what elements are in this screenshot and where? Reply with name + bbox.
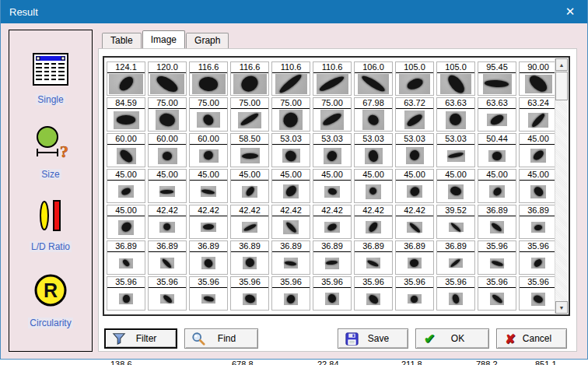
particle-cell[interactable]: 36.89 — [189, 240, 228, 275]
find-button[interactable]: Find — [184, 328, 258, 349]
particle-value: 60.00 — [190, 134, 227, 145]
particle-cell[interactable]: 36.89 — [313, 240, 352, 275]
particle-cell[interactable]: 45.00 — [313, 169, 352, 203]
particle-cell[interactable]: 60.00 — [189, 133, 228, 167]
particle-cell[interactable]: 45.00 — [107, 169, 145, 203]
particle-cell[interactable]: 45.00 — [395, 169, 434, 203]
particle-cell[interactable]: 36.89 — [271, 240, 310, 275]
particle-cell[interactable]: 42.42 — [189, 205, 228, 239]
particle-cell[interactable]: 45.00 — [148, 169, 187, 203]
particle-cell[interactable]: 75.00 — [189, 97, 228, 132]
particle-cell[interactable]: 42.42 — [313, 205, 352, 239]
particle-cell[interactable]: 42.42 — [354, 205, 393, 239]
scrollbar-thumb[interactable] — [555, 72, 568, 100]
particle-value: 36.89 — [190, 241, 227, 252]
particle-cell[interactable]: 36.89 — [148, 240, 187, 275]
particle-cell[interactable]: 36.89 — [478, 205, 516, 239]
particle-cell[interactable]: 45.00 — [107, 205, 145, 239]
particle-cell[interactable]: 45.00 — [519, 169, 555, 203]
particle-cell[interactable]: 105.0 — [395, 61, 434, 96]
filter-button[interactable]: Filter — [104, 328, 177, 349]
particle-cell[interactable]: 67.98 — [354, 97, 393, 132]
particle-cell[interactable]: 95.45 — [478, 61, 516, 96]
particle-cell[interactable]: 63.63 — [478, 97, 516, 132]
particle-cell[interactable]: 35.96 — [478, 240, 516, 275]
particle-cell[interactable]: 84.59 — [107, 97, 145, 132]
scroll-up-icon[interactable]: ▲ — [555, 58, 568, 71]
cancel-button[interactable]: ✘ Cancel — [496, 328, 567, 349]
particle-cell[interactable]: 35.96 — [436, 276, 475, 311]
particle-cell[interactable]: 45.00 — [478, 169, 516, 203]
particle-cell[interactable]: 58.50 — [230, 133, 269, 167]
particle-cell[interactable]: 75.00 — [271, 97, 310, 132]
particle-cell[interactable]: 36.89 — [436, 240, 475, 275]
titlebar[interactable]: Result ✕ — [1, 0, 587, 23]
particle-cell[interactable]: 45.00 — [271, 169, 310, 203]
particle-cell[interactable]: 53.03 — [436, 133, 475, 167]
particle-cell[interactable]: 53.03 — [354, 133, 393, 167]
particle-cell[interactable]: 42.42 — [230, 205, 269, 239]
tab-image[interactable]: Image — [142, 30, 185, 48]
particle-cell[interactable]: 75.00 — [313, 97, 352, 132]
particle-cell[interactable]: 63.63 — [436, 97, 475, 132]
sidebar-item-ld-ratio[interactable]: L/D Ratio — [30, 198, 72, 252]
particle-cell[interactable]: 35.96 — [230, 276, 269, 311]
ok-button[interactable]: ✔ OK — [415, 328, 489, 349]
save-button[interactable]: Save — [338, 328, 408, 349]
particle-value: 45.00 — [478, 170, 516, 181]
tab-graph[interactable]: Graph — [186, 33, 229, 48]
particle-cell[interactable]: 35.96 — [271, 276, 310, 311]
particle-cell[interactable]: 42.42 — [148, 205, 187, 239]
sidebar-item-circularity[interactable]: R Circularity — [28, 272, 72, 328]
particle-cell[interactable]: 124.1 — [107, 61, 145, 96]
sidebar-item-size[interactable]: ? Size — [32, 125, 69, 180]
particle-cell[interactable]: 35.96 — [519, 240, 555, 275]
particle-cell[interactable]: 42.42 — [395, 205, 434, 239]
particle-cell[interactable]: 36.89 — [107, 240, 145, 275]
particle-cell[interactable]: 45.00 — [230, 169, 269, 203]
particle-cell[interactable]: 53.03 — [313, 133, 352, 167]
particle-cell[interactable]: 35.96 — [395, 276, 434, 311]
particle-cell[interactable]: 36.89 — [395, 240, 434, 275]
particle-cell[interactable]: 90.00 — [519, 61, 555, 96]
particle-cell[interactable]: 36.89 — [354, 240, 393, 275]
particle-cell[interactable]: 60.00 — [107, 133, 145, 167]
close-icon[interactable]: ✕ — [553, 0, 587, 23]
particle-cell[interactable]: 110.6 — [313, 61, 352, 96]
particle-image — [437, 181, 474, 202]
particle-cell[interactable]: 45.00 — [519, 133, 555, 167]
particle-cell[interactable]: 35.96 — [148, 276, 187, 311]
particle-cell[interactable]: 39.52 — [436, 205, 475, 239]
particle-cell[interactable]: 36.89 — [519, 205, 555, 239]
particle-cell[interactable]: 35.96 — [478, 276, 516, 311]
particle-value: 45.00 — [396, 170, 433, 181]
particle-cell[interactable]: 35.96 — [519, 276, 555, 311]
particle-cell[interactable]: 45.00 — [354, 169, 393, 203]
particle-cell[interactable]: 35.96 — [313, 276, 352, 311]
particle-cell[interactable]: 53.03 — [395, 133, 434, 167]
particle-cell[interactable]: 116.6 — [189, 61, 228, 96]
particle-cell[interactable]: 105.0 — [436, 61, 475, 96]
tab-table[interactable]: Table — [102, 33, 142, 48]
vertical-scrollbar[interactable]: ▲ ▼ — [555, 58, 568, 314]
particle-cell[interactable]: 60.00 — [148, 133, 187, 167]
sidebar-item-single[interactable]: Single — [33, 53, 68, 105]
particle-cell[interactable]: 50.44 — [478, 133, 516, 167]
particle-cell[interactable]: 45.00 — [189, 169, 228, 203]
particle-cell[interactable]: 45.00 — [436, 169, 475, 203]
particle-cell[interactable]: 120.0 — [148, 61, 187, 96]
particle-cell[interactable]: 110.6 — [271, 61, 310, 96]
particle-cell[interactable]: 36.89 — [230, 240, 269, 275]
particle-cell[interactable]: 63.24 — [519, 97, 555, 132]
particle-cell[interactable]: 116.6 — [230, 61, 269, 96]
particle-cell[interactable]: 63.72 — [395, 97, 434, 132]
particle-cell[interactable]: 53.03 — [271, 133, 310, 167]
particle-cell[interactable]: 75.00 — [148, 97, 187, 132]
particle-cell[interactable]: 35.96 — [107, 276, 145, 311]
particle-cell[interactable]: 35.96 — [189, 276, 228, 311]
particle-cell[interactable]: 106.0 — [354, 61, 393, 96]
particle-cell[interactable]: 42.42 — [271, 205, 310, 239]
scroll-down-icon[interactable]: ▼ — [555, 301, 568, 314]
particle-cell[interactable]: 35.96 — [354, 276, 393, 311]
particle-cell[interactable]: 75.00 — [230, 97, 269, 132]
